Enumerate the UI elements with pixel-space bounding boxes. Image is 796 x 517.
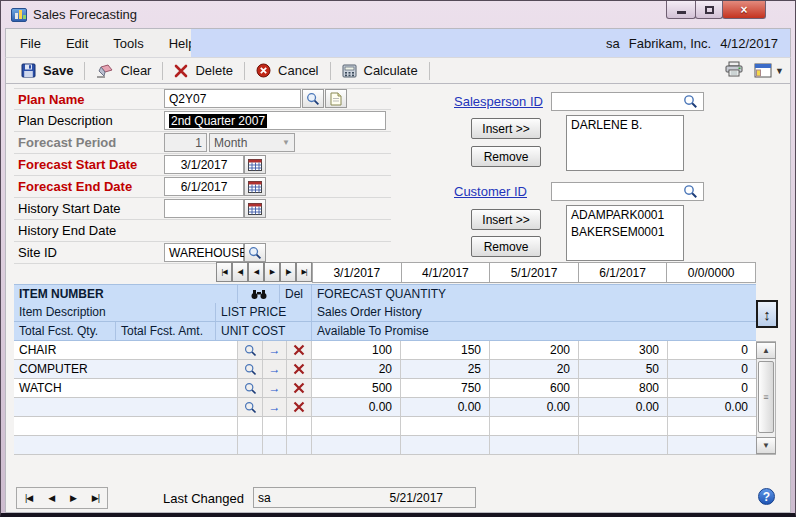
print-options-button[interactable]: ▼ [754,63,784,78]
help-button[interactable]: ? [758,488,775,505]
table-row[interactable]: COMPUTER → 20 25 20 50 0 [14,360,756,379]
plan-name-lookup-button[interactable] [302,89,324,108]
plan-name-note-button[interactable] [325,89,347,108]
table-row[interactable]: → 0.00 0.00 0.00 0.00 0.00 [14,398,756,417]
row-lookup-button[interactable] [238,341,263,359]
salesperson-lookup-button[interactable] [683,94,698,113]
period-prev-page-button[interactable]: ◀| [232,262,248,282]
row-lookup-button[interactable] [238,398,263,416]
qty-cell[interactable]: 0 [668,379,756,397]
table-row[interactable]: WATCH → 500 750 600 800 0 [14,379,756,398]
qty-cell[interactable]: 0.00 [668,398,756,416]
forecast-end-date-calendar-button[interactable] [244,177,266,196]
customer-list[interactable]: ADAMPARK0001 BAKERSEM0001 [566,205,684,261]
menu-tools[interactable]: Tools [113,36,143,51]
item-number-cell[interactable]: WATCH [14,379,238,397]
menu-edit[interactable]: Edit [66,36,88,51]
company-name[interactable]: Fabrikam, Inc. [629,36,711,51]
row-expand-button[interactable]: → [263,341,287,359]
qty-cell[interactable]: 0 [668,341,756,359]
period-first-button[interactable]: |◀ [216,262,232,282]
qty-cell[interactable]: 0.00 [312,398,401,416]
clear-button[interactable]: Clear [87,61,160,80]
qty-cell[interactable]: 200 [490,341,579,359]
maximize-button[interactable] [695,1,723,19]
forecast-start-date-input[interactable]: 3/1/2017 [164,155,244,174]
minimize-button[interactable] [666,1,696,19]
customer-id-link[interactable]: Customer ID [454,184,527,199]
forecast-end-date-input[interactable]: 6/1/2017 [164,177,244,196]
item-number-cell[interactable] [14,398,238,416]
item-number-cell[interactable]: CHAIR [14,341,238,359]
salesperson-list[interactable]: DARLENE B. [566,115,684,171]
qty-cell[interactable]: 150 [401,341,490,359]
scroll-up-button[interactable]: ▲ [756,342,776,359]
row-lookup-button[interactable] [238,379,263,397]
customer-remove-button[interactable]: Remove [471,236,541,257]
row-delete-button[interactable] [287,379,312,397]
title-bar[interactable]: Sales Forecasting × [5,1,791,28]
row-expand-button[interactable]: → [263,398,287,416]
salesperson-insert-button[interactable]: Insert >> [471,118,541,139]
menu-file[interactable]: File [20,36,41,51]
plan-name-input[interactable]: Q2Y07 [164,89,301,108]
qty-cell[interactable]: 0 [668,360,756,378]
history-start-date-input[interactable] [164,199,244,218]
item-number-cell[interactable]: COMPUTER [14,360,238,378]
customer-insert-button[interactable]: Insert >> [471,209,541,230]
period-next-page-button[interactable]: |▶ [280,262,296,282]
table-row[interactable]: CHAIR → 100 150 200 300 0 [14,341,756,360]
qty-cell[interactable]: 0.00 [401,398,490,416]
scroll-down-button[interactable]: ▼ [756,437,776,454]
save-button[interactable]: Save [12,61,82,80]
list-item[interactable]: ADAMPARK0001 [571,207,679,224]
system-date[interactable]: 4/12/2017 [720,36,778,51]
qty-cell[interactable]: 25 [401,360,490,378]
find-item-button[interactable] [238,285,280,303]
close-button[interactable]: × [722,1,766,19]
calculate-button[interactable]: Calculate [333,61,427,80]
salesperson-id-link[interactable]: Salesperson ID [454,94,543,109]
period-next-button[interactable]: ▶ [264,262,280,282]
qty-cell[interactable]: 300 [579,341,668,359]
table-row-empty[interactable] [14,436,756,455]
row-expand-button[interactable]: → [263,379,287,397]
period-last-button[interactable]: ▶| [296,262,312,282]
row-expand-button[interactable]: → [263,360,287,378]
qty-cell[interactable]: 20 [490,360,579,378]
row-delete-button[interactable] [287,341,312,359]
row-delete-button[interactable] [287,360,312,378]
customer-id-input[interactable] [551,182,704,201]
qty-cell[interactable]: 600 [490,379,579,397]
table-row-empty[interactable] [14,417,756,436]
delete-button[interactable]: Delete [165,61,242,80]
forecast-start-date-calendar-button[interactable] [244,155,266,174]
qty-cell[interactable]: 20 [312,360,401,378]
qty-cell[interactable]: 750 [401,379,490,397]
site-id-input[interactable]: WAREHOUSE [164,243,244,262]
browse-last-button[interactable]: ▶| [92,493,99,503]
qty-cell[interactable]: 500 [312,379,401,397]
period-prev-button[interactable]: ◀ [248,262,264,282]
qty-cell[interactable]: 100 [312,341,401,359]
plan-description-input[interactable]: 2nd Quarter 2007 [164,111,386,130]
cancel-button[interactable]: Cancel [247,61,327,80]
row-delete-button[interactable] [287,398,312,416]
site-id-lookup-button[interactable] [244,243,266,262]
salesperson-id-input[interactable] [551,92,704,111]
customer-lookup-button[interactable] [683,184,698,203]
qty-cell[interactable]: 50 [579,360,668,378]
expand-rows-button[interactable]: ↕ [756,300,778,328]
history-start-date-calendar-button[interactable] [244,199,266,218]
qty-cell[interactable]: 0.00 [579,398,668,416]
browse-next-button[interactable]: ▶ [70,493,76,503]
list-item[interactable]: DARLENE B. [571,117,679,134]
print-button[interactable] [724,61,744,81]
qty-cell[interactable]: 800 [579,379,668,397]
salesperson-remove-button[interactable]: Remove [471,146,541,167]
row-lookup-button[interactable] [238,360,263,378]
browse-prev-button[interactable]: ◀ [48,493,54,503]
list-item[interactable]: BAKERSEM0001 [571,224,679,241]
browse-first-button[interactable]: |◀ [25,493,32,503]
scrollbar-thumb[interactable]: ≡ [758,361,774,433]
